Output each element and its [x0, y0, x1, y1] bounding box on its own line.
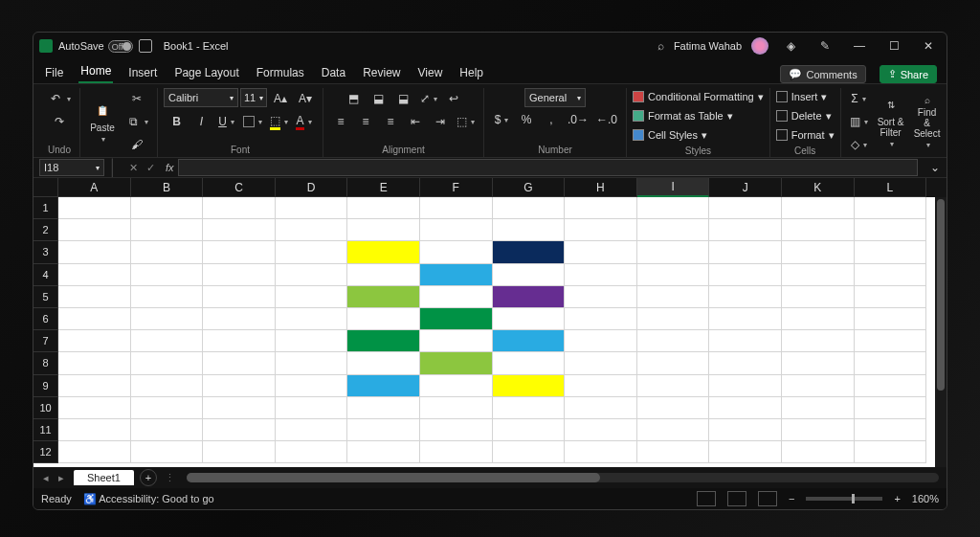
- select-all-corner[interactable]: [33, 178, 58, 197]
- cell-B3[interactable]: [131, 241, 204, 263]
- row-header-11[interactable]: 11: [33, 419, 58, 441]
- cell-G2[interactable]: [493, 219, 566, 241]
- cell-A2[interactable]: [58, 219, 131, 241]
- column-header-I[interactable]: I: [637, 178, 710, 197]
- decrease-indent-button[interactable]: ⇤: [404, 111, 427, 132]
- cell-H1[interactable]: [565, 197, 637, 219]
- cell-C4[interactable]: [203, 264, 276, 286]
- cell-C9[interactable]: [203, 375, 276, 397]
- cell-H11[interactable]: [565, 419, 637, 441]
- row-header-6[interactable]: 6: [33, 308, 58, 330]
- cell-I6[interactable]: [637, 308, 710, 330]
- cell-I8[interactable]: [637, 352, 710, 374]
- cell-D11[interactable]: [276, 419, 348, 441]
- cell-C6[interactable]: [203, 308, 276, 330]
- cell-E12[interactable]: [347, 441, 420, 463]
- align-top-button[interactable]: ⬒: [343, 88, 366, 109]
- cell-K9[interactable]: [782, 375, 855, 397]
- row-header-1[interactable]: 1: [33, 197, 58, 219]
- cell-L5[interactable]: [855, 286, 927, 308]
- cell-J2[interactable]: [709, 219, 782, 241]
- cell-G4[interactable]: [493, 264, 566, 286]
- sheet-tab-active[interactable]: Sheet1: [74, 470, 134, 485]
- close-button[interactable]: ✕: [916, 36, 941, 56]
- cell-L2[interactable]: [855, 219, 927, 241]
- cell-I9[interactable]: [637, 375, 710, 397]
- fx-icon[interactable]: fx: [166, 162, 174, 173]
- redo-button[interactable]: ↷: [48, 111, 71, 132]
- vertical-scroll-thumb[interactable]: [937, 199, 945, 391]
- view-normal-button[interactable]: [697, 491, 716, 506]
- find-select-button[interactable]: ⌕Find & Select: [911, 95, 944, 148]
- cell-L6[interactable]: [855, 308, 927, 330]
- cell-B5[interactable]: [131, 286, 204, 308]
- view-page-layout-button[interactable]: [727, 491, 746, 506]
- merge-button[interactable]: ⬚: [454, 111, 478, 132]
- cell-K3[interactable]: [782, 241, 855, 263]
- formula-input[interactable]: [178, 159, 918, 176]
- cell-D7[interactable]: [276, 330, 348, 352]
- cell-F9[interactable]: [420, 375, 493, 397]
- cell-B4[interactable]: [131, 264, 204, 286]
- cell-K12[interactable]: [782, 441, 855, 463]
- cell-K1[interactable]: [782, 197, 855, 219]
- vertical-scrollbar[interactable]: [935, 197, 947, 467]
- autosum-button[interactable]: Σ: [847, 88, 871, 109]
- enter-formula-button[interactable]: ✓: [143, 160, 158, 175]
- cell-E8[interactable]: [347, 352, 420, 374]
- cell-H4[interactable]: [565, 264, 637, 286]
- italic-button[interactable]: I: [190, 111, 213, 132]
- sheet-nav-next[interactable]: ▸: [55, 472, 68, 484]
- cell-I3[interactable]: [637, 241, 710, 263]
- cell-G9[interactable]: [493, 375, 566, 397]
- status-accessibility[interactable]: ♿ Accessibility: Good to go: [83, 493, 214, 505]
- cell-E2[interactable]: [347, 219, 420, 241]
- cell-J8[interactable]: [709, 352, 782, 374]
- cell-J3[interactable]: [709, 241, 782, 263]
- cell-G10[interactable]: [493, 397, 566, 419]
- cell-L1[interactable]: [855, 197, 927, 219]
- cell-I10[interactable]: [637, 397, 710, 419]
- cell-C10[interactable]: [203, 397, 276, 419]
- column-header-A[interactable]: A: [58, 178, 131, 197]
- cell-G5[interactable]: [493, 286, 566, 308]
- comments-button[interactable]: 💬 Comments: [780, 65, 865, 83]
- bold-button[interactable]: B: [166, 111, 189, 132]
- cell-H5[interactable]: [565, 286, 637, 308]
- cell-D4[interactable]: [276, 264, 348, 286]
- cell-A9[interactable]: [58, 375, 131, 397]
- zoom-slider[interactable]: [806, 497, 882, 501]
- cell-F1[interactable]: [420, 197, 493, 219]
- cell-C2[interactable]: [203, 219, 276, 241]
- user-avatar[interactable]: [751, 37, 768, 55]
- cell-K7[interactable]: [782, 330, 855, 352]
- cell-E5[interactable]: [347, 286, 420, 308]
- align-middle-button[interactable]: ⬓: [368, 88, 390, 109]
- cell-L3[interactable]: [855, 241, 927, 263]
- add-sheet-button[interactable]: +: [140, 469, 157, 486]
- cell-B7[interactable]: [131, 330, 204, 352]
- cell-C3[interactable]: [203, 241, 276, 263]
- zoom-out-button[interactable]: −: [789, 493, 794, 504]
- cell-J9[interactable]: [709, 375, 782, 397]
- cell-D2[interactable]: [276, 219, 348, 241]
- cell-C8[interactable]: [203, 352, 276, 374]
- orientation-button[interactable]: ⤢: [417, 88, 440, 109]
- row-header-2[interactable]: 2: [33, 219, 58, 241]
- cell-J7[interactable]: [709, 330, 782, 352]
- cell-G7[interactable]: [493, 330, 566, 352]
- cell-B9[interactable]: [131, 375, 204, 397]
- column-header-E[interactable]: E: [347, 178, 420, 197]
- cell-E4[interactable]: [347, 264, 420, 286]
- cell-I11[interactable]: [637, 419, 710, 441]
- view-page-break-button[interactable]: [758, 491, 777, 506]
- cell-K4[interactable]: [782, 264, 855, 286]
- autosave-toggle[interactable]: AutoSave Off: [58, 40, 133, 53]
- cell-D10[interactable]: [276, 397, 348, 419]
- tab-home[interactable]: Home: [78, 60, 113, 83]
- cell-G1[interactable]: [493, 197, 566, 219]
- cell-L8[interactable]: [855, 352, 927, 374]
- column-header-F[interactable]: F: [420, 178, 493, 197]
- cell-A5[interactable]: [58, 286, 131, 308]
- expand-formula-bar[interactable]: ⌄: [924, 157, 947, 178]
